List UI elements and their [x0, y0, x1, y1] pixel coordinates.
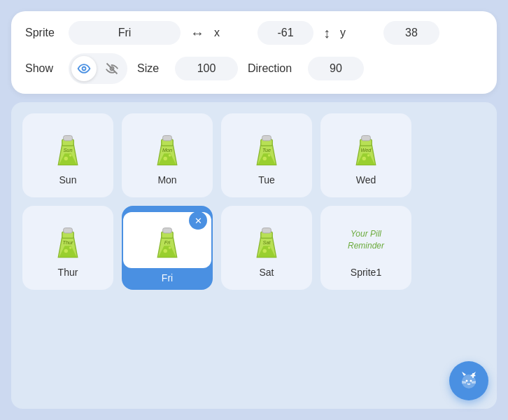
add-sprite-fab[interactable]: [449, 361, 488, 400]
y-label: y: [340, 27, 374, 39]
size-label: Size: [137, 62, 165, 75]
svg-rect-47: [262, 228, 271, 233]
sprite-name-input[interactable]: [69, 21, 181, 45]
sprite-card-thur[interactable]: Thur Thur: [22, 206, 113, 290]
show-hidden-btn[interactable]: [99, 56, 125, 81]
sprite-row: Sprite ↔ x ↕ y: [25, 21, 483, 45]
svg-text:Sat: Sat: [263, 239, 271, 246]
sprite-name-sat: Sat: [259, 267, 274, 278]
svg-text:Mon: Mon: [162, 147, 172, 153]
svg-rect-5: [64, 136, 73, 141]
sprite-card-sun[interactable]: Sun Sun: [22, 113, 113, 197]
sprite-card-sat[interactable]: Sat Sat: [221, 206, 312, 290]
sprite-card-tue[interactable]: Tue Tue: [221, 113, 312, 197]
sprite-name-mon: Mon: [157, 174, 176, 186]
sprite-label: Sprite: [25, 27, 59, 39]
svg-point-28: [362, 157, 366, 160]
size-input[interactable]: [175, 57, 238, 80]
sprite-name-tue: Tue: [258, 174, 275, 186]
sprite-img-sprite1: Your Pill Reminder: [344, 218, 388, 262]
svg-rect-19: [262, 136, 271, 141]
svg-point-55: [466, 380, 468, 382]
svg-point-43: [169, 246, 171, 249]
x-axis-icon: ↔: [190, 25, 204, 41]
svg-point-49: [263, 249, 267, 253]
sprite-card-wed[interactable]: Wed Wed: [320, 113, 411, 197]
svg-point-14: [164, 157, 167, 160]
sprite-card-sprite1[interactable]: Your Pill Reminder Sprite1: [320, 206, 411, 290]
svg-point-42: [164, 249, 167, 253]
sprite-img-sat: Sat: [244, 218, 289, 262]
x-input[interactable]: [257, 21, 313, 45]
sprite-card-mon[interactable]: Mon Mon: [122, 113, 213, 197]
properties-panel: Sprite ↔ x ↕ y Show: [11, 11, 497, 94]
svg-point-22: [268, 154, 271, 157]
delete-fri-btn[interactable]: ✕: [189, 211, 207, 230]
show-row: Show Size Direction: [25, 53, 483, 84]
sprite-name-fri: Fri: [162, 272, 173, 284]
svg-point-56: [470, 380, 472, 382]
svg-rect-26: [362, 136, 371, 141]
svg-point-50: [268, 246, 271, 249]
svg-point-8: [69, 154, 72, 157]
svg-text:Sun: Sun: [64, 147, 73, 153]
direction-input[interactable]: [308, 57, 364, 80]
sprite-name-sprite1: Sprite1: [351, 267, 381, 278]
sprite-img-wed: Wed: [344, 125, 388, 170]
sprite-img-thur: Thur: [45, 218, 90, 262]
svg-rect-40: [163, 228, 172, 233]
svg-text:Tue: Tue: [262, 147, 271, 153]
svg-text:Thur: Thur: [62, 239, 73, 246]
show-visible-btn[interactable]: [71, 56, 97, 81]
direction-label: Direction: [248, 62, 298, 75]
svg-marker-53: [462, 372, 466, 376]
y-input[interactable]: [383, 21, 439, 45]
sprite-name-sun: Sun: [59, 174, 77, 186]
sprite-img-mon: Mon: [145, 125, 190, 170]
sprite-card-fri[interactable]: ✕ Fri Fri: [122, 206, 213, 290]
sprite-name-wed: Wed: [356, 174, 376, 186]
sprites-panel: Sun Sun Mon Mon: [11, 102, 497, 409]
y-axis-icon: ↕: [323, 25, 330, 41]
svg-point-21: [263, 157, 267, 160]
sprite-img-tue: Tue: [244, 125, 289, 170]
svg-text:Fri: Fri: [164, 239, 171, 246]
svg-text:Wed: Wed: [361, 147, 372, 153]
svg-rect-33: [64, 228, 73, 233]
sprite-img-sun: Sun: [45, 125, 90, 170]
svg-rect-12: [163, 136, 172, 141]
visibility-toggle: [69, 53, 127, 84]
show-label: Show: [25, 62, 59, 75]
x-label: x: [214, 27, 248, 39]
svg-point-0: [83, 67, 86, 71]
svg-point-7: [64, 157, 68, 160]
svg-point-35: [64, 249, 68, 253]
svg-point-36: [69, 246, 72, 249]
sprite-name-thur: Thur: [58, 267, 78, 278]
svg-point-15: [169, 154, 171, 157]
svg-point-29: [367, 154, 370, 157]
